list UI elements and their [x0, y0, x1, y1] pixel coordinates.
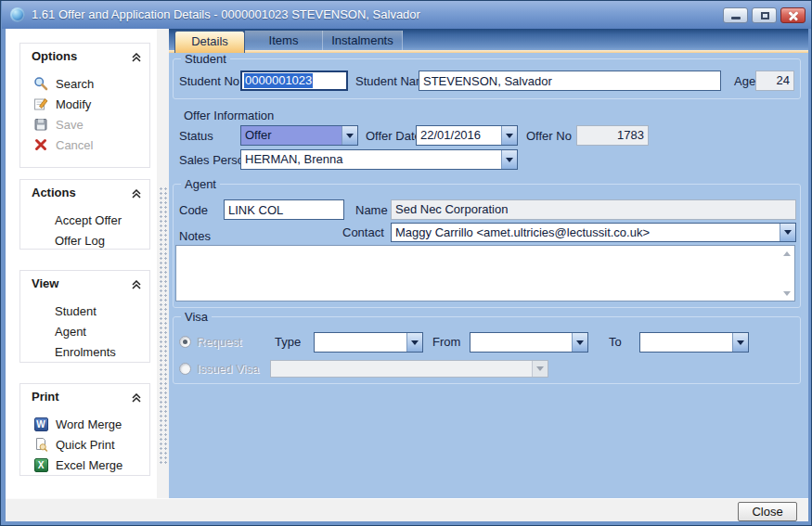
- print-icon: [33, 437, 48, 452]
- sidebar-item-quick-print[interactable]: Quick Print: [20, 434, 149, 455]
- minimize-icon: [731, 17, 741, 19]
- request-radio: [179, 336, 191, 348]
- splitter-grip: [159, 186, 167, 465]
- print-panel: Print W Word Merge Quick Print X: [19, 383, 150, 476]
- sidebar-item-accept-offer[interactable]: Accept Offer: [20, 210, 149, 230]
- visa-type-label: Type: [275, 335, 301, 349]
- chevron-down-icon[interactable]: [501, 126, 517, 145]
- agent-name-label: Name: [355, 203, 388, 217]
- offer-no-field: 1783: [576, 125, 649, 146]
- sidebar-item-save: Save: [20, 114, 149, 135]
- app-icon: [10, 7, 25, 22]
- search-icon: [33, 76, 48, 91]
- contact-label: Contact: [342, 225, 384, 239]
- print-panel-header[interactable]: Print: [20, 384, 149, 408]
- offer-date-label: Offer Date: [366, 129, 421, 143]
- main-panel: Details Items Instalments Student Studen…: [169, 29, 808, 498]
- modify-icon: [33, 96, 48, 111]
- window-title: 1.61 Offer and Application Details - 000…: [32, 7, 420, 21]
- chevron-down-icon: [532, 361, 548, 377]
- sidebar-item-excel-merge[interactable]: X Excel Merge: [20, 455, 149, 475]
- student-group-label: Student: [181, 52, 230, 66]
- sidebar-item-cancel: Cancel: [20, 135, 149, 155]
- tab-strip: Details Items Instalments: [169, 29, 808, 53]
- offer-no-label: Offer No: [526, 129, 572, 143]
- visa-from-label: From: [432, 335, 460, 349]
- collapse-chevron-icon[interactable]: [132, 51, 141, 65]
- student-no-field[interactable]: 0000001023: [240, 71, 348, 91]
- maximize-icon: [761, 12, 769, 19]
- sales-person-combo[interactable]: HERMAN, Brenna: [240, 149, 518, 170]
- sidebar-item-modify[interactable]: Modify: [20, 94, 149, 114]
- view-panel-header[interactable]: View: [20, 271, 149, 295]
- visa-to-combo[interactable]: [639, 332, 749, 353]
- visa-group-label: Visa: [181, 310, 212, 324]
- tab-instalments[interactable]: Instalments: [323, 31, 403, 51]
- agent-code-label: Code: [179, 203, 208, 217]
- excel-icon: X: [33, 457, 48, 472]
- view-panel: View Student Agent Enrolments: [19, 270, 150, 363]
- options-panel: Options Search Modify: [19, 43, 150, 168]
- student-name-input[interactable]: [419, 71, 721, 91]
- close-window-button[interactable]: [780, 7, 806, 23]
- sidebar: Options Search Modify: [6, 29, 157, 498]
- sidebar-item-word-merge[interactable]: W Word Merge: [20, 414, 149, 434]
- notes-textarea[interactable]: [175, 245, 795, 301]
- sidebar-splitter[interactable]: [157, 29, 169, 498]
- footer-bar: Close: [6, 498, 808, 521]
- offer-date-combo[interactable]: 22/01/2016: [416, 125, 518, 146]
- chevron-down-icon[interactable]: [572, 333, 587, 352]
- student-no-value: 0000001023: [244, 73, 313, 88]
- request-radio-label: Request: [197, 335, 241, 349]
- collapse-chevron-icon[interactable]: [132, 278, 141, 292]
- agent-name-field: Sed Nec Corporation: [391, 199, 796, 220]
- status-label: Status: [179, 129, 213, 143]
- minimize-button[interactable]: [723, 7, 748, 23]
- visa-from-combo[interactable]: [470, 332, 588, 353]
- visa-to-label: To: [609, 335, 622, 349]
- agent-code-input[interactable]: [224, 199, 344, 220]
- options-panel-header[interactable]: Options: [20, 44, 149, 68]
- chevron-down-icon[interactable]: [501, 150, 517, 169]
- sidebar-item-offer-log[interactable]: Offer Log: [20, 230, 149, 250]
- scroll-up-icon[interactable]: [783, 251, 791, 256]
- offer-information-label: Offer Information: [184, 109, 274, 122]
- visa-type-combo[interactable]: [314, 332, 423, 353]
- cancel-icon: [33, 137, 48, 152]
- age-field: 24: [755, 71, 794, 91]
- collapse-chevron-icon[interactable]: [132, 187, 141, 201]
- scroll-down-icon[interactable]: [783, 291, 791, 296]
- chevron-down-icon[interactable]: [342, 126, 357, 145]
- title-bar[interactable]: 1.61 Offer and Application Details - 000…: [2, 1, 812, 29]
- issued-visa-combo: [270, 360, 548, 378]
- age-label: Age: [734, 74, 755, 88]
- actions-panel-header[interactable]: Actions: [20, 180, 149, 204]
- issued-visa-radio: [179, 363, 191, 375]
- sidebar-item-agent[interactable]: Agent: [20, 321, 149, 341]
- close-button[interactable]: Close: [738, 502, 797, 521]
- status-combo[interactable]: Offer: [240, 125, 358, 146]
- sidebar-item-student[interactable]: Student: [20, 301, 149, 321]
- actions-panel: Actions Accept Offer Offer Log: [19, 179, 150, 250]
- student-no-label: Student No: [179, 74, 239, 88]
- save-icon: [33, 117, 48, 132]
- agent-group-label: Agent: [181, 177, 220, 191]
- tab-items[interactable]: Items: [245, 31, 323, 51]
- offer-application-window: 1.61 Offer and Application Details - 000…: [0, 0, 812, 526]
- chevron-down-icon[interactable]: [732, 333, 748, 352]
- notes-label: Notes: [179, 229, 211, 243]
- word-icon: W: [33, 417, 48, 431]
- maximize-button[interactable]: [752, 7, 777, 23]
- chevron-down-icon[interactable]: [406, 333, 422, 352]
- contact-combo[interactable]: Maggy Carrillo <amet.ultricies@lectussit…: [391, 223, 796, 242]
- sidebar-item-search[interactable]: Search: [20, 73, 149, 94]
- collapse-chevron-icon[interactable]: [132, 391, 141, 405]
- sidebar-item-enrolments[interactable]: Enrolments: [20, 341, 149, 362]
- chevron-down-icon[interactable]: [780, 224, 795, 241]
- issued-visa-radio-label: Issued Visa: [197, 362, 259, 376]
- tab-details[interactable]: Details: [174, 31, 245, 53]
